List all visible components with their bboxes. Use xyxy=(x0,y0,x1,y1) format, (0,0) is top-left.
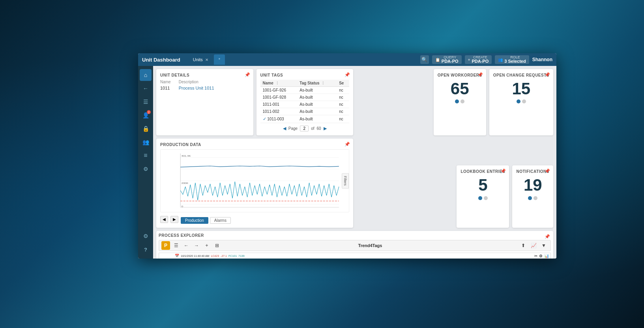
table-row[interactable]: 1001-GF-928 As-built nc xyxy=(260,94,350,101)
production-chart-svg: 401.4K 200K 0 xyxy=(161,150,349,212)
unit-tags-title: UNIT TAGS xyxy=(260,73,350,77)
workorders-count: 65 xyxy=(438,80,482,98)
trend-add-btn[interactable]: + xyxy=(202,241,211,250)
group-icon: 👥 xyxy=(142,139,149,145)
sidebar-item-lock[interactable]: 🔒 xyxy=(140,123,152,135)
help-icon: ? xyxy=(144,247,147,253)
table-row[interactable]: 1001-GF-926 As-built nc xyxy=(260,87,350,94)
query-button[interactable]: 📋 QUERY PDA-PO xyxy=(432,55,462,64)
notifications-pin[interactable]: 📌 xyxy=(545,169,550,174)
tab-unsaved[interactable]: * xyxy=(214,54,225,65)
workorders-pin[interactable]: 📌 xyxy=(477,72,483,77)
trend-timestamp: 10/1/2020 11:40:40 AM xyxy=(181,255,209,257)
right-top-section: OPEN WORKORDERS 📌 65 OPEN CHANGE REQUEST… xyxy=(356,69,553,135)
sidebar-item-help[interactable]: ? xyxy=(140,244,152,255)
sidebar-item-back[interactable]: ← xyxy=(140,82,152,94)
pagination-prev[interactable]: ◀ xyxy=(283,126,286,131)
app-body: ⌂ ← ☰ 👤 2 🔒 👥 ≡ ⚙ xyxy=(138,66,556,259)
admin-icon: ⚙ xyxy=(143,166,148,172)
open-change-requests-card: OPEN CHANGE REQUESTS 📌 15 xyxy=(489,69,553,135)
home-icon: ⌂ xyxy=(144,72,147,78)
tag-name-4: 1011-002 xyxy=(260,108,298,115)
unit-tags-pin[interactable]: 📌 xyxy=(344,72,350,77)
col-se: Se xyxy=(337,80,349,87)
row-check-icon: ✓ xyxy=(263,116,266,121)
col-name: Name ⋮ xyxy=(260,80,298,87)
tab-unsaved-label: * xyxy=(219,57,220,62)
trend-toolbar: P ☰ ← → + ⊞ Trend4Tags ⬆ 📈 ▼ xyxy=(159,240,551,251)
trend-list-btn[interactable]: ☰ xyxy=(172,241,180,250)
unit-details-card: UNIT DETAILS 📌 Name 1011 Description Pro… xyxy=(156,69,253,135)
trend-expand-btn[interactable]: ⊞ xyxy=(213,241,221,250)
tab-units-label: Units xyxy=(193,57,203,62)
process-explorer-title: PROCESS EXPLORER xyxy=(159,233,551,238)
trend-back-btn[interactable]: ← xyxy=(182,241,191,250)
trend-share-btn[interactable]: ⬆ xyxy=(519,241,528,250)
search-button[interactable]: 🔍 xyxy=(420,55,429,64)
tag-status-4: As-built xyxy=(297,108,337,115)
query-icon: 📋 xyxy=(435,58,440,62)
production-chart: 401.4K 200K 0 Filters xyxy=(160,149,349,212)
page-input[interactable] xyxy=(300,126,309,131)
sidebar-item-home[interactable]: ⌂ xyxy=(140,69,152,81)
col-status-opts[interactable]: ⋮ xyxy=(321,81,325,85)
filters-button[interactable]: Filters xyxy=(342,173,349,189)
production-pin[interactable]: 📌 xyxy=(344,142,350,147)
tags-pagination: ◀ Page of 60 ▶ xyxy=(260,126,350,131)
scissors-icon[interactable]: ✂ xyxy=(534,254,537,258)
trend-tag1-value: -27.1 xyxy=(221,255,227,257)
dot-filled xyxy=(478,196,482,200)
sidebar-item-person-add[interactable]: 👤 2 xyxy=(140,109,152,121)
sidebar-item-list-detail[interactable]: ≡ xyxy=(140,150,152,161)
dot-empty xyxy=(522,99,526,103)
workorders-dots xyxy=(438,99,482,103)
chart-next-btn[interactable]: ▶ xyxy=(170,216,178,223)
trend-forward-btn[interactable]: → xyxy=(192,241,201,250)
sidebar-item-group[interactable]: 👥 xyxy=(140,136,152,148)
unit-description-value[interactable]: Process Unit 1011 xyxy=(179,86,214,90)
unit-description-label: Description xyxy=(179,80,214,84)
pagination-next[interactable]: ▶ xyxy=(324,126,327,131)
tab-production[interactable]: Production xyxy=(181,217,208,224)
trend-tag-btn[interactable]: P xyxy=(161,241,170,250)
tab-units[interactable]: Units ✕ xyxy=(188,54,213,65)
role-button[interactable]: 👥 ROLE 3 Selected xyxy=(495,55,529,64)
change-requests-pin[interactable]: 📌 xyxy=(545,72,550,77)
tag-sc-4: nc xyxy=(337,108,349,115)
trend-more-btn[interactable]: ▼ xyxy=(539,241,548,250)
tab-alarms[interactable]: Alarms xyxy=(210,217,231,224)
table-row[interactable]: 1011-002 As-built nc xyxy=(260,108,350,115)
tag-status-1: As-built xyxy=(297,87,337,94)
change-requests-dots xyxy=(493,99,549,103)
role-icon: 👥 xyxy=(498,58,503,62)
trend-chart-area: 📅 10/1/2020 11:40:40 AM LC423 -27.1 FC10… xyxy=(159,253,551,259)
notifications-card: NOTIFICATIONS 📌 19 xyxy=(512,165,553,228)
table-row[interactable]: ✓ 1011-003 As-built nc xyxy=(260,115,350,123)
create-button[interactable]: + CREATE PDA-PO xyxy=(465,55,492,64)
col-name-opts[interactable]: ⋮ xyxy=(275,81,279,85)
gear-icon[interactable]: ⚙ xyxy=(539,254,543,258)
sidebar-item-admin[interactable]: ⚙ xyxy=(140,163,152,175)
table-row[interactable]: 1011-001 As-built nc xyxy=(260,101,350,108)
open-workorders-card: OPEN WORKORDERS 📌 65 xyxy=(434,69,486,135)
dot-filled xyxy=(528,196,532,200)
trend-tag2-value: 7139 xyxy=(238,255,245,257)
tab-units-close[interactable]: ✕ xyxy=(205,58,208,62)
process-explorer-card: PROCESS EXPLORER 📌 P ☰ ← → + ⊞ Trend4Tag… xyxy=(156,231,553,259)
tag-status-2: As-built xyxy=(297,94,337,101)
bars-icon[interactable]: 📊 xyxy=(544,254,549,258)
tag-name-1: 1001-GF-926 xyxy=(260,87,298,94)
lookbook-pin[interactable]: 📌 xyxy=(500,169,506,174)
unit-details-pin[interactable]: 📌 xyxy=(245,72,250,77)
svg-text:200K: 200K xyxy=(182,182,189,184)
page-total: 60 xyxy=(317,126,321,131)
sidebar-item-settings[interactable]: ⚙ xyxy=(140,230,152,242)
notifications-dots xyxy=(516,196,549,200)
sidebar: ⌂ ← ☰ 👤 2 🔒 👥 ≡ ⚙ xyxy=(138,66,153,259)
chart-prev-btn[interactable]: ◀ xyxy=(160,216,168,223)
sidebar-item-list[interactable]: ☰ xyxy=(140,96,152,108)
tag-name-3: 1011-001 xyxy=(260,101,298,108)
process-explorer-pin[interactable]: 📌 xyxy=(545,234,550,239)
lookbook-entries-card: LOOKBOOK ENTRIES 📌 5 xyxy=(457,165,509,228)
trend-chart-btn[interactable]: 📈 xyxy=(529,241,538,250)
